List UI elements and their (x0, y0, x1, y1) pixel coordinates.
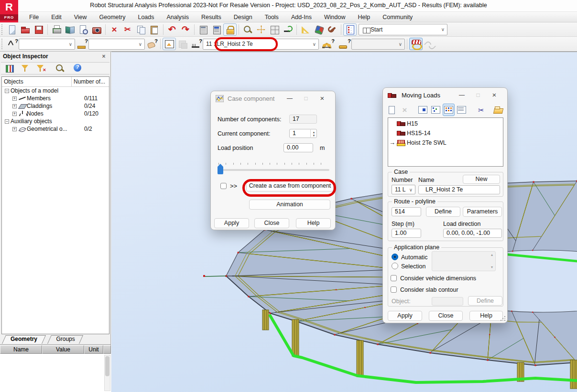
copy-button[interactable] (134, 23, 148, 36)
apply-button[interactable]: Apply (388, 311, 422, 321)
pan-button[interactable] (254, 23, 268, 36)
title-bar[interactable]: Robot Structural Analysis Professional 2… (0, 0, 577, 12)
menu-tools[interactable]: Tools (259, 13, 285, 21)
close-button[interactable]: Close (429, 311, 463, 321)
bar-selection-combo[interactable]: ∨ (88, 39, 145, 50)
tree-col-number[interactable]: Number of... (72, 77, 107, 86)
save-button[interactable] (32, 23, 45, 36)
expand-icon[interactable]: + (12, 96, 17, 101)
component-selection-button[interactable]: ? (335, 38, 351, 50)
menu-loads[interactable]: Loads (131, 13, 160, 21)
printout-composition-button[interactable] (76, 23, 90, 36)
new-vehicle-button[interactable] (386, 104, 398, 116)
prop-col-unit[interactable]: Unit (84, 345, 103, 354)
print-button[interactable] (50, 23, 63, 36)
expand-icon[interactable]: + (12, 127, 17, 131)
redo-button[interactable]: ↷ (179, 23, 192, 36)
menu-addins[interactable]: Add-Ins (285, 13, 318, 21)
tree-row-model[interactable]: − Objects of a model (5, 87, 109, 95)
scroll-arrows[interactable]: ▴ ▾ (489, 252, 495, 271)
dynamic-view-button[interactable] (281, 23, 294, 36)
open-project-button[interactable] (19, 23, 32, 36)
expand-icon[interactable]: + (12, 104, 17, 108)
tree-row-members[interactable]: + Members 0/111 (12, 95, 109, 102)
menu-results[interactable]: Results (195, 13, 228, 21)
display-attributes-button[interactable] (163, 38, 176, 50)
help-button[interactable]: Help (469, 311, 503, 321)
view-mode-2-button[interactable] (430, 104, 442, 116)
object-inspector-header[interactable]: Object Inspector × (0, 52, 110, 61)
moving-loads-title-bar[interactable]: Moving Loads — □ × (383, 88, 507, 102)
menu-help[interactable]: Help (351, 13, 376, 21)
filter-remove-icon[interactable]: × (35, 63, 46, 74)
close-icon[interactable]: × (486, 89, 502, 101)
case-component-title-bar[interactable]: Case component — □ × (211, 91, 335, 106)
view-windows-button[interactable] (268, 23, 281, 36)
help-icon[interactable]: ? (73, 63, 83, 74)
search-icon[interactable] (54, 63, 65, 74)
spin-up-icon[interactable]: ▴ (311, 130, 317, 134)
prop-col-value[interactable]: Value (42, 345, 84, 354)
case-name-field[interactable]: LR_Hoist 2 Te (418, 185, 500, 194)
maximize-icon[interactable]: □ (298, 92, 314, 105)
layout-manager-button[interactable] (343, 23, 357, 36)
tree-row-geometrical[interactable]: + Geometrical o... 0/2 (12, 125, 109, 133)
menu-design[interactable]: Design (228, 13, 259, 21)
slider-thumb[interactable] (218, 164, 223, 174)
load-case-combo[interactable]: 11 : LR_Hoist 2 Te ∨ (203, 39, 319, 50)
animation-button[interactable]: Animation (249, 200, 330, 210)
scrollbar-thumb[interactable] (105, 356, 109, 376)
property-table-scrollbar[interactable] (104, 355, 110, 391)
close-icon[interactable]: × (314, 92, 330, 105)
selection-radio[interactable] (392, 263, 398, 269)
route-polyline-field[interactable]: 514 (392, 207, 421, 216)
menu-edit[interactable]: Edit (45, 13, 68, 21)
apply-button[interactable]: Apply (214, 218, 249, 228)
route-parameters-button[interactable]: Parameters (463, 207, 502, 217)
cut-vehicle-button[interactable]: ✂ (475, 104, 487, 116)
results-lock-button[interactable] (223, 23, 237, 36)
create-case-button[interactable]: Create a case from component (246, 180, 334, 191)
view-mode-1-button[interactable] (417, 104, 429, 116)
tab-groups[interactable]: Groups (49, 335, 81, 344)
close-icon[interactable]: × (100, 53, 108, 60)
display-template-button[interactable] (176, 38, 189, 50)
position-slider[interactable] (218, 169, 329, 171)
minimize-icon[interactable]: — (454, 89, 470, 101)
print-preview-button[interactable] (63, 23, 76, 36)
collapse-icon[interactable]: − (5, 119, 9, 124)
close-button[interactable]: Close (254, 218, 289, 228)
tree-row-claddings[interactable]: + Claddings 0/24 (12, 102, 109, 110)
spinner-buttons[interactable]: ▴ ▾ (310, 129, 317, 138)
paste-button[interactable] (148, 23, 161, 36)
open-database-button[interactable] (492, 104, 504, 116)
zoom-button[interactable] (241, 23, 254, 36)
calculations-button[interactable] (196, 23, 210, 36)
filter-icon[interactable] (20, 63, 31, 74)
expand-checkbox[interactable] (220, 183, 227, 189)
resize-grip[interactable] (500, 316, 506, 321)
moving-loads-button[interactable] (409, 38, 423, 50)
tab-geometry[interactable]: Geometry (4, 335, 44, 344)
view-3d-button[interactable] (312, 23, 326, 36)
screen-capture-button[interactable] (90, 23, 103, 36)
vehicle-item-hoist[interactable]: → Hoist 2Te SWL (388, 138, 503, 147)
toolbar-grip[interactable] (1, 24, 4, 35)
minimize-icon[interactable]: — (282, 92, 298, 105)
menu-geometry[interactable]: Geometry (93, 13, 132, 21)
view-mode-3-button[interactable] (443, 104, 455, 116)
calculation-report-button[interactable] (210, 23, 223, 36)
preferences-button[interactable] (326, 23, 339, 36)
delete-vehicle-button[interactable]: × (399, 104, 411, 116)
prop-col-name[interactable]: Name (0, 345, 42, 354)
case-number-combo[interactable]: 11 L ∨ (392, 185, 415, 194)
slab-contour-checkbox[interactable] (391, 286, 397, 293)
tree-row-nodes[interactable]: + Nodes 0/120 (12, 110, 109, 117)
drafting-button[interactable] (299, 23, 312, 36)
node-selection-button[interactable]: ? (5, 38, 19, 50)
menu-window[interactable]: Window (318, 13, 351, 21)
current-component-spinner[interactable]: 1 ▴ ▾ (289, 129, 317, 138)
scroll-down-icon[interactable]: ▾ (491, 265, 493, 269)
route-define-button[interactable]: Define (426, 207, 460, 217)
columns-settings-icon[interactable] (5, 63, 15, 74)
